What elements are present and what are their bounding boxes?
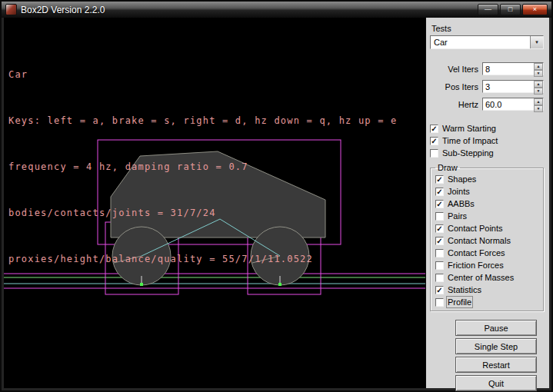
window-controls: — □ × (478, 4, 548, 15)
checkbox-label: Pairs (448, 211, 467, 221)
checkbox-label: Statistics (448, 285, 481, 294)
field-row: Hertz 60.0 ▲ ▼ (430, 98, 544, 111)
checkbox[interactable]: ✓ (435, 175, 444, 184)
minimize-icon: — (485, 5, 491, 13)
title-bar[interactable]: Box2D Version 2.2.0 — □ × (2, 2, 551, 18)
iteration-fields: Vel Iters 8 ▲ ▼ Pos Iters 3 (430, 62, 544, 115)
checkbox[interactable] (435, 298, 444, 307)
field-label: Pos Iters (445, 82, 478, 91)
spinner: ▲ ▼ (534, 63, 543, 75)
checkbox-label: Contact Points (448, 224, 503, 233)
checkbox-row[interactable]: Sub-Stepping (430, 147, 544, 159)
field-row: Pos Iters 3 ▲ ▼ (430, 80, 544, 93)
spinner-up-icon[interactable]: ▲ (534, 81, 543, 88)
overlay-line: proxies/height/balance/quality = 55/7/1/… (8, 254, 397, 265)
checkbox[interactable]: ✓ (430, 125, 438, 133)
minimize-button[interactable]: — (478, 4, 498, 15)
checkbox[interactable]: ✓ (435, 200, 444, 208)
draw-group-label: Draw (435, 163, 460, 172)
window-frame: Car Keys: left = a, brake = s, right = d… (2, 18, 551, 390)
checkbox-label: AABBs (448, 199, 475, 208)
checkbox-label: Time of Impact (442, 136, 498, 145)
number-input[interactable]: 60.0 ▲ ▼ (482, 98, 544, 111)
spinner-up-icon[interactable]: ▲ (534, 63, 543, 70)
spinner-down-icon[interactable]: ▼ (534, 105, 543, 112)
checkbox-label: Center of Masses (448, 273, 514, 282)
checkbox[interactable]: ✓ (430, 137, 438, 145)
checkbox-row[interactable]: Friction Forces (435, 259, 540, 271)
checkbox-row[interactable]: ✓ Contact Normals (435, 234, 540, 247)
checkbox[interactable] (435, 261, 444, 270)
checkbox-label: Contact Normals (448, 236, 511, 245)
overlay-line: Car (8, 69, 397, 81)
spinner-down-icon[interactable]: ▼ (534, 70, 543, 77)
number-input[interactable]: 3 ▲ ▼ (482, 80, 544, 93)
draw-checkboxes: ✓ Shapes ✓ Joints ✓ AABBs (435, 173, 540, 308)
close-icon: × (533, 5, 537, 13)
field-label: Hertz (458, 100, 478, 109)
spinner-up-icon[interactable]: ▲ (534, 98, 543, 105)
checkbox[interactable] (435, 212, 444, 221)
checkbox-row[interactable]: Pairs (435, 210, 540, 222)
overlay-line: frequency = 4 hz, damping ratio = 0.7 (8, 161, 397, 173)
checkbox-row[interactable]: ✓ Shapes (435, 173, 540, 185)
action-buttons: Pause Single Step Restart Quit (430, 320, 544, 391)
test-select-value: Car (431, 36, 530, 48)
close-button[interactable]: × (522, 4, 548, 15)
checkbox-label: Joints (448, 187, 470, 196)
maximize-button[interactable]: □ (500, 4, 521, 15)
checkbox-row[interactable]: ✓ Contact Points (435, 222, 540, 234)
checkbox[interactable]: ✓ (435, 286, 444, 294)
checkbox-label: Warm Starting (442, 124, 496, 133)
draw-group: Draw ✓ Shapes ✓ Joints (430, 163, 544, 311)
panel-button[interactable]: Pause (455, 320, 537, 336)
checkbox-row[interactable]: Center of Masses (435, 271, 540, 284)
maximize-icon: □ (508, 5, 512, 13)
spinner: ▲ ▼ (534, 98, 543, 110)
number-input-value: 8 (483, 63, 534, 75)
overlay-line: Keys: left = a, brake = s, right = d, hz… (8, 115, 397, 127)
checkbox-row[interactable]: ✓ Warm Starting (430, 122, 544, 135)
field-label: Vel Iters (448, 65, 478, 74)
checkbox[interactable] (435, 274, 444, 282)
checkbox[interactable]: ✓ (435, 224, 444, 233)
number-input-value: 3 (483, 81, 534, 92)
simulation-canvas[interactable]: Car Keys: left = a, brake = s, right = d… (4, 18, 425, 388)
checkbox[interactable] (430, 149, 438, 158)
test-select[interactable]: Car ▼ (430, 35, 544, 49)
checkbox-row[interactable]: ✓ AABBs (435, 198, 540, 210)
checkbox[interactable]: ✓ (435, 188, 444, 196)
stats-overlay: Car Keys: left = a, brake = s, right = d… (8, 23, 397, 288)
checkbox-row[interactable]: Profile (435, 296, 540, 308)
checkbox-label: Sub-Stepping (442, 148, 494, 158)
checkbox-label: Friction Forces (448, 261, 504, 270)
sim-checkboxes: ✓ Warm Starting ✓ Time of Impact Sub-Ste… (430, 122, 544, 159)
checkbox-row[interactable]: ✓ Statistics (435, 284, 540, 296)
chevron-down-icon[interactable]: ▼ (530, 36, 543, 48)
checkbox-row[interactable]: ✓ Joints (435, 185, 540, 198)
number-input[interactable]: 8 ▲ ▼ (482, 62, 544, 75)
number-input-value: 60.0 (483, 98, 534, 110)
checkbox-label: Profile (448, 297, 471, 307)
overlay-line: bodies/contacts/joints = 31/7/24 (8, 208, 397, 219)
window-title: Box2D Version 2.2.0 (21, 5, 474, 15)
app-icon (5, 4, 17, 15)
spinner-down-icon[interactable]: ▼ (534, 88, 543, 95)
checkbox-label: Shapes (448, 174, 476, 184)
panel-button[interactable]: Single Step (455, 338, 537, 354)
checkbox[interactable]: ✓ (435, 237, 444, 245)
panel-button[interactable]: Restart (455, 357, 537, 373)
app-window: Box2D Version 2.2.0 — □ × (0, 0, 553, 392)
field-row: Vel Iters 8 ▲ ▼ (430, 62, 544, 75)
checkbox-label: Contact Forces (448, 248, 505, 257)
tests-label: Tests (431, 24, 544, 33)
checkbox-row[interactable]: Contact Forces (435, 247, 540, 259)
checkbox[interactable] (435, 249, 444, 257)
spinner: ▲ ▼ (534, 81, 543, 92)
control-panel: Tests Car ▼ Vel Iters 8 ▲ ▼ (425, 18, 549, 388)
checkbox-row[interactable]: ✓ Time of Impact (430, 135, 544, 147)
panel-button[interactable]: Quit (455, 375, 537, 391)
